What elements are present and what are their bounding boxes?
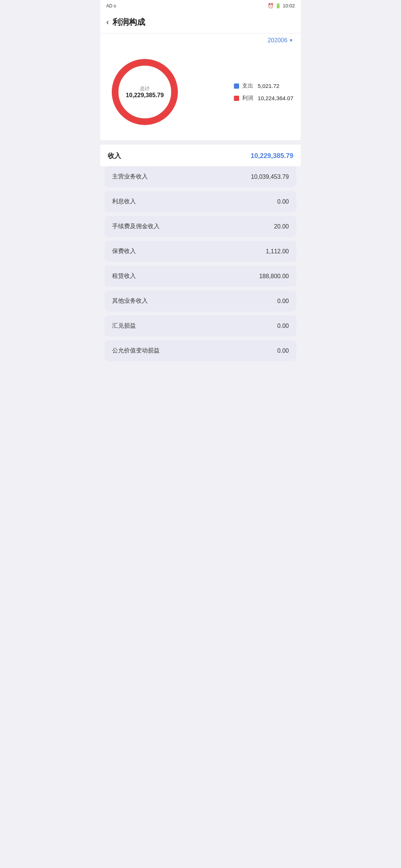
period-bar: 202006 ▼ — [100, 33, 301, 47]
income-item-label: 主营业务收入 — [112, 173, 148, 181]
legend-item-amount: 10,224,364.07 — [258, 95, 293, 101]
income-total: 10,229,385.79 — [251, 152, 293, 160]
income-item-label: 保费收入 — [112, 247, 136, 255]
income-item-value: 0.00 — [277, 348, 289, 354]
page-title: 利润构成 — [113, 17, 145, 28]
time-display: 10:02 — [283, 3, 295, 9]
income-item-value: 1,112.00 — [266, 248, 289, 255]
income-item[interactable]: 汇兑损益0.00 — [105, 315, 296, 336]
income-item[interactable]: 利息收入0.00 — [105, 191, 296, 212]
legend-item: 支出5,021.72 — [234, 82, 293, 89]
income-item[interactable]: 保费收入1,112.00 — [105, 241, 296, 262]
income-item-label: 租赁收入 — [112, 272, 136, 280]
income-item-value: 188,800.00 — [259, 273, 289, 280]
income-items: 主营业务收入10,039,453.79利息收入0.00手续费及佣金收入20.00… — [100, 166, 301, 365]
legend-dot-red — [234, 96, 239, 101]
income-item-value: 10,039,453.79 — [251, 174, 289, 180]
income-item-label: 手续费及佣金收入 — [112, 223, 160, 230]
income-item[interactable]: 租赁收入188,800.00 — [105, 266, 296, 287]
income-item-label: 其他业务收入 — [112, 297, 148, 305]
income-item[interactable]: 主营业务收入10,039,453.79 — [105, 166, 296, 187]
battery-icon: 🔋 — [275, 3, 281, 9]
income-item-value: 0.00 — [277, 198, 289, 205]
income-label: 收入 — [108, 151, 121, 160]
back-button[interactable]: ‹ — [106, 17, 109, 27]
donut-center: 总计 10,229,385.79 — [126, 85, 164, 99]
income-item-value: 0.00 — [277, 298, 289, 305]
legend-dot-blue — [234, 83, 239, 89]
nav-bar: ‹ 利润构成 — [100, 11, 301, 33]
period-selector[interactable]: 202006 ▼ — [268, 37, 293, 44]
legend-item-label: 利润 — [242, 95, 253, 102]
status-bar: AD o ⏰ 🔋 10:02 — [100, 0, 301, 11]
period-value: 202006 — [268, 37, 287, 44]
income-item-value: 20.00 — [274, 223, 289, 230]
income-item[interactable]: 其他业务收入0.00 — [105, 290, 296, 312]
income-item-label: 汇兑损益 — [112, 322, 136, 330]
chart-section: 总计 10,229,385.79 支出5,021.72利润10,224,364.… — [100, 47, 301, 140]
income-item-label: 公允价值变动损益 — [112, 347, 160, 355]
income-item[interactable]: 公允价值变动损益0.00 — [105, 340, 296, 361]
donut-chart: 总计 10,229,385.79 — [108, 55, 182, 129]
status-right: ⏰ 🔋 10:02 — [268, 3, 295, 9]
legend-item: 利润10,224,364.07 — [234, 95, 293, 102]
income-item-label: 利息收入 — [112, 198, 136, 206]
legend-item-label: 支出 — [242, 82, 253, 89]
status-left-text: AD o — [106, 3, 116, 9]
section-divider — [100, 140, 301, 145]
income-item-value: 0.00 — [277, 323, 289, 329]
chevron-down-icon: ▼ — [289, 38, 293, 43]
legend-item-amount: 5,021.72 — [258, 83, 279, 89]
income-item[interactable]: 手续费及佣金收入20.00 — [105, 216, 296, 237]
donut-value: 10,229,385.79 — [126, 92, 164, 99]
income-header: 收入 10,229,385.79 — [100, 145, 301, 166]
status-left: AD o — [106, 3, 116, 9]
alarm-icon: ⏰ — [268, 3, 274, 9]
chart-legend: 支出5,021.72利润10,224,364.07 — [230, 82, 293, 102]
donut-label: 总计 — [126, 85, 164, 92]
